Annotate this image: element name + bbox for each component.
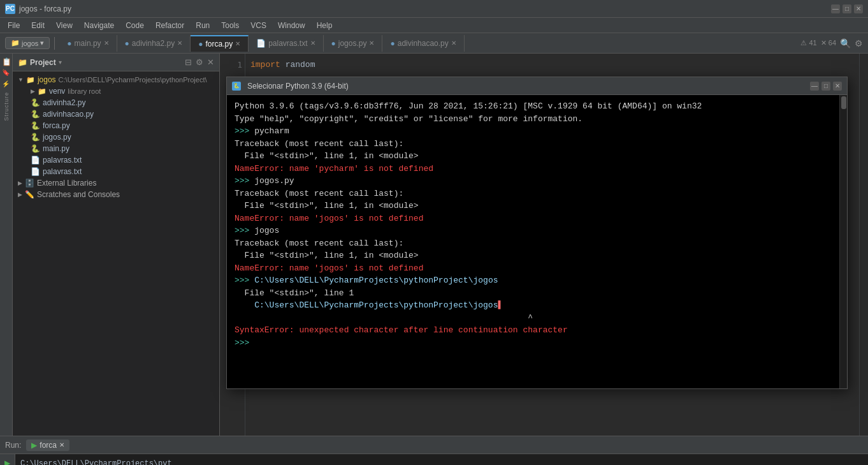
tab-adivinha2-py[interactable]: ● adivinha2.py ✕ [117, 35, 191, 52]
run-tab-name: forca [40, 441, 57, 450]
menu-help[interactable]: Help [312, 20, 338, 31]
tab-forca-icon: ● [198, 40, 203, 48]
folder-venv-icon: 📁 [38, 87, 47, 96]
tab-forca-py[interactable]: ● forca.py ✕ [191, 35, 249, 52]
tab-jogos-py[interactable]: ● jogos.py ✕ [324, 35, 383, 52]
project-dropdown-chevron[interactable]: ▾ [59, 59, 62, 66]
file-jogos-icon: 🐍 [31, 133, 40, 142]
menu-bar: File Edit View Navigate Code Refactor Ru… [0, 18, 868, 33]
search-icon[interactable]: 🔍 [840, 38, 851, 48]
tree-item-scratches[interactable]: ▶ ✏️ Scratches and Consoles [13, 189, 219, 200]
run-panel-header: Run: ▶ forca ✕ [0, 436, 868, 454]
dialog-minimize[interactable]: — [810, 82, 819, 91]
run-output-area: ▶ ↺ ■ 📌 ↑ ⚙ 🗑 C:\Users\DELL\PycharmProje… [0, 454, 868, 465]
menu-edit[interactable]: Edit [26, 20, 50, 31]
dialog-controls[interactable]: — □ ✕ [810, 82, 842, 91]
settings-icon[interactable]: ⚙ [855, 38, 863, 48]
tree-item-jogos[interactable]: ▼ 📁 jogos C:\Users\DELL\PycharmProjects\… [13, 74, 219, 85]
warnings-count: ⚠ 41 [800, 39, 816, 47]
hide-panel-icon[interactable]: ✕ [207, 57, 214, 67]
title-bar-controls[interactable]: — □ ✕ [831, 4, 863, 13]
tree-item-forca[interactable]: 🐍 forca.py [13, 120, 219, 131]
structure-bar: Structure 📋 🔖 ⚡ [0, 54, 13, 436]
console-line-2: Type "help", "copyright", "credits" or "… [235, 113, 832, 126]
project-folder-icon: 📁 [11, 39, 20, 47]
tab-jogos-label: jogos.py [338, 39, 367, 48]
tab-palavras-txt[interactable]: 📄 palavras.txt ✕ [249, 35, 323, 52]
dialog-scroll-thumb[interactable] [841, 96, 846, 109]
tab-adivinhacao-close[interactable]: ✕ [451, 40, 456, 47]
maximize-button[interactable]: □ [843, 4, 851, 13]
minimize-button[interactable]: — [831, 4, 840, 13]
tab-main-py[interactable]: ● main.py ✕ [59, 35, 117, 52]
menu-view[interactable]: View [51, 20, 78, 31]
run-tab-close[interactable]: ✕ [59, 441, 64, 448]
menu-run[interactable]: Run [191, 20, 215, 31]
menu-refactor[interactable]: Refactor [150, 20, 189, 31]
tab-palavras-label: palavras.txt [268, 39, 307, 48]
tree-venv-label: venv [49, 87, 65, 96]
dialog-maximize[interactable]: □ [821, 82, 830, 91]
console-line-10: NameError: name 'jogos' is not defined [235, 212, 832, 225]
tab-adivinha2-close[interactable]: ✕ [177, 40, 182, 47]
project-header: 📁 Project ▾ ⊟ ⚙ ✕ [13, 54, 219, 71]
project-tree: ▼ 📁 jogos C:\Users\DELL\PycharmProjects\… [13, 71, 219, 436]
console-line-19: SyntaxError: unexpected character after … [235, 324, 832, 337]
console-line-9: File "<stdin>", line 1, in <module> [235, 200, 832, 212]
git-icon[interactable]: ⚡ [2, 80, 11, 89]
dialog-title-bar: 🐍 Selecionar Python 3.9 (64-bit) — □ ✕ [227, 77, 847, 95]
tree-item-external-libs[interactable]: ▶ 🗄️ External Libraries [13, 177, 219, 189]
tree-item-venv[interactable]: ▶ 📁 venv library root [13, 85, 219, 97]
tree-item-adivinhacao[interactable]: 🐍 adivinhacao.py [13, 108, 219, 120]
project-panel: 📁 Project ▾ ⊟ ⚙ ✕ ▼ 📁 jogos C:\Users\DEL… [13, 54, 220, 436]
tab-main-py-close[interactable]: ✕ [104, 40, 109, 47]
tab-jogos-icon: ● [331, 39, 336, 48]
tab-palavras-close[interactable]: ✕ [310, 40, 315, 47]
project-icon[interactable]: 📋 [2, 57, 11, 66]
app-icon: PC [5, 4, 15, 14]
run-label: Run: [5, 441, 21, 450]
tab-adivinhacao-py[interactable]: ● adivinhacao.py ✕ [382, 35, 464, 52]
tab-adivinhacao-label: adivinhacao.py [398, 39, 449, 48]
tab-adivinhacao-icon: ● [390, 39, 394, 48]
project-header-label: Project [30, 58, 56, 67]
menu-code[interactable]: Code [120, 20, 149, 31]
console-line-11: >>> jogos [235, 225, 832, 237]
tab-forca-label: forca.py [205, 40, 233, 48]
dialog-scrollbar[interactable] [839, 95, 847, 388]
tree-item-jogos-py[interactable]: 🐍 jogos.py [13, 131, 219, 143]
menu-tools[interactable]: Tools [216, 20, 244, 31]
project-selector[interactable]: 📁 jogos ▾ [5, 37, 50, 49]
menu-window[interactable]: Window [273, 20, 310, 31]
tab-forca-close[interactable]: ✕ [235, 40, 240, 47]
menu-file[interactable]: File [3, 20, 25, 31]
title-bar-left: PC jogos - forca.py [5, 4, 71, 14]
random-module: random [286, 60, 315, 70]
console-line-3: >>> pycharm [235, 125, 832, 138]
collapse-all-icon[interactable]: ⊟ [185, 57, 192, 67]
dialog-console-content[interactable]: Python 3.9.6 (tags/v3.9.6:db3ff76, Jun 2… [227, 95, 839, 388]
settings-gear-icon[interactable]: ⚙ [196, 57, 203, 67]
tree-jogos-path: C:\Users\DELL\PycharmProjects\pythonProj… [59, 76, 207, 84]
tree-item-adivinha2[interactable]: 🐍 adivinha2.py [13, 97, 219, 108]
dialog-close[interactable]: ✕ [833, 82, 842, 91]
run-panel: Run: ▶ forca ✕ ▶ ↺ ■ 📌 ↑ ⚙ 🗑 C:\Users\DE… [0, 436, 868, 465]
bookmark-icon[interactable]: 🔖 [2, 69, 11, 78]
menu-navigate[interactable]: Navigate [79, 20, 119, 31]
run-tab-forca[interactable]: ▶ forca ✕ [26, 439, 69, 451]
run-play-button[interactable]: ▶ [1, 457, 14, 465]
tree-item-palavras1[interactable]: 📄 palavras.txt [13, 154, 219, 166]
file-main-icon: 🐍 [31, 144, 40, 153]
file-adivinha2-icon: 🐍 [31, 98, 40, 107]
console-line-12: Traceback (most recent call last): [235, 237, 832, 250]
console-line-4: Traceback (most recent call last): [235, 138, 832, 151]
expand-arrow-jogos: ▼ [18, 77, 24, 83]
tree-item-palavras2[interactable]: 📄 palavras.txt [13, 166, 219, 177]
tree-item-main[interactable]: 🐍 main.py [13, 143, 219, 154]
tree-palavras2-label: palavras.txt [43, 167, 82, 176]
file-adivinhacao-icon: 🐍 [31, 110, 40, 119]
close-button[interactable]: ✕ [854, 4, 863, 13]
tab-jogos-close[interactable]: ✕ [369, 40, 374, 47]
menu-vcs[interactable]: VCS [245, 20, 271, 31]
console-line-14: NameError: name 'jogos' is not defined [235, 262, 832, 275]
